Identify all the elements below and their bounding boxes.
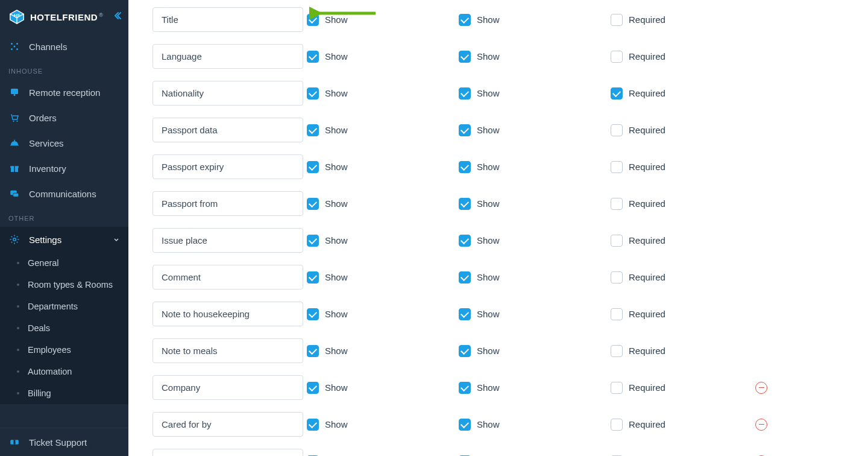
- show-2-checkbox[interactable]: [459, 271, 471, 283]
- svg-point-18: [13, 238, 16, 241]
- show-1-label: Show: [325, 125, 348, 135]
- field-name-input[interactable]: Passport expiry: [153, 154, 303, 179]
- required-checkbox[interactable]: [611, 419, 623, 431]
- svg-point-10: [16, 121, 17, 122]
- show-1-checkbox[interactable]: [307, 87, 319, 100]
- subnav-item-deals[interactable]: Deals: [0, 317, 128, 339]
- show-2-checkbox[interactable]: [459, 14, 471, 26]
- cloche-icon: [8, 137, 20, 149]
- show-1-checkbox[interactable]: [307, 308, 319, 320]
- show-1-checkbox[interactable]: [307, 419, 319, 431]
- show-1-checkbox[interactable]: [307, 382, 319, 394]
- show-2-label: Show: [477, 51, 500, 62]
- field-name-input[interactable]: Cared for by: [153, 412, 303, 437]
- remove-field-button[interactable]: [755, 419, 767, 431]
- nav-item-settings[interactable]: Settings: [0, 227, 128, 252]
- required-checkbox[interactable]: [611, 14, 623, 26]
- chevron-down-icon: [113, 235, 120, 245]
- subnav-item-automation[interactable]: Automation: [0, 361, 128, 382]
- show-2-checkbox[interactable]: [459, 308, 471, 320]
- required-label: Required: [629, 419, 665, 429]
- svg-point-3: [16, 43, 18, 45]
- svg-rect-17: [13, 193, 19, 197]
- show-2-checkbox[interactable]: [459, 345, 471, 357]
- show-2-checkbox[interactable]: [459, 161, 471, 173]
- field-name-input[interactable]: Language: [153, 44, 303, 69]
- show-2-label: Show: [477, 419, 500, 429]
- subnav-item-general[interactable]: General: [0, 252, 128, 274]
- field-name-input[interactable]: Note to housekeeping: [153, 302, 303, 326]
- svg-point-8: [14, 94, 16, 96]
- show-2-checkbox[interactable]: [459, 51, 471, 63]
- nav-ticket-support[interactable]: Ticket Support: [0, 428, 128, 456]
- nav-item-orders[interactable]: Orders: [0, 105, 128, 130]
- field-row: Note to housekeepingShowShowRequired: [128, 296, 868, 332]
- required-checkbox[interactable]: [611, 345, 623, 357]
- show-2-checkbox[interactable]: [459, 198, 471, 210]
- required-label: Required: [629, 162, 665, 172]
- show-1-checkbox[interactable]: [307, 161, 319, 173]
- show-1-checkbox[interactable]: [307, 51, 319, 63]
- field-name-input[interactable]: Comment: [153, 265, 303, 290]
- field-name-input[interactable]: Company: [153, 375, 303, 400]
- show-2-label: Show: [477, 88, 500, 98]
- nav-item-inventory[interactable]: Inventory: [0, 156, 128, 181]
- subnav-label: Billing: [28, 388, 51, 398]
- sidebar-collapse-button[interactable]: [113, 11, 122, 22]
- field-name-input[interactable]: Note to meals: [153, 338, 303, 363]
- field-name-input[interactable]: Passport from: [153, 191, 303, 216]
- required-checkbox[interactable]: [611, 124, 623, 136]
- subnav-label: Room types & Rooms: [28, 280, 113, 290]
- nav-item-communications[interactable]: Communications: [0, 181, 128, 206]
- field-name-input[interactable]: Title: [153, 7, 303, 32]
- subnav: GeneralRoom types & RoomsDepartmentsDeal…: [0, 252, 128, 404]
- bullet-icon: [17, 305, 19, 308]
- chat-icon: [8, 188, 20, 200]
- show-2-checkbox[interactable]: [459, 124, 471, 136]
- required-checkbox[interactable]: [611, 235, 623, 247]
- show-1-checkbox[interactable]: [307, 345, 319, 357]
- subnav-item-billing[interactable]: Billing: [0, 382, 128, 404]
- show-1-checkbox[interactable]: [307, 124, 319, 136]
- show-1-label: Show: [325, 419, 348, 429]
- required-checkbox[interactable]: [611, 87, 623, 100]
- show-2-checkbox[interactable]: [459, 382, 471, 394]
- subnav-item-employees[interactable]: Employees: [0, 339, 128, 361]
- field-row: CompanyShowShowRequired: [128, 369, 868, 406]
- required-checkbox[interactable]: [611, 51, 623, 63]
- required-checkbox[interactable]: [611, 382, 623, 394]
- nav-section-title: OTHER: [0, 206, 128, 227]
- brand-logo[interactable]: HF HOTELFRIEND®: [8, 8, 103, 25]
- show-2-label: Show: [477, 382, 500, 393]
- show-1-label: Show: [325, 272, 348, 282]
- remove-field-button[interactable]: [755, 382, 767, 394]
- subnav-item-departments[interactable]: Departments: [0, 296, 128, 317]
- show-1-checkbox[interactable]: [307, 14, 319, 26]
- field-name-input[interactable]: Issue place: [153, 228, 303, 253]
- brand-name: HOTELFRIEND®: [30, 12, 103, 22]
- nav-channels[interactable]: Channels: [0, 34, 128, 59]
- show-1-checkbox[interactable]: [307, 271, 319, 283]
- required-checkbox[interactable]: [611, 271, 623, 283]
- field-name-input[interactable]: Passport data: [153, 118, 303, 142]
- required-checkbox[interactable]: [611, 308, 623, 320]
- nav-item-services[interactable]: Services: [0, 130, 128, 156]
- show-1-label: Show: [325, 198, 348, 209]
- show-1-checkbox[interactable]: [307, 198, 319, 210]
- required-checkbox[interactable]: [611, 161, 623, 173]
- subnav-item-room-types-rooms[interactable]: Room types & Rooms: [0, 274, 128, 296]
- field-row: Issue placeShowShowRequired: [128, 222, 868, 259]
- show-1-checkbox[interactable]: [307, 235, 319, 247]
- field-name-input[interactable]: Birth Date 2: [153, 449, 303, 456]
- required-label: Required: [629, 51, 665, 62]
- show-2-checkbox[interactable]: [459, 87, 471, 100]
- svg-rect-20: [14, 440, 16, 445]
- nav-label: Services: [29, 138, 120, 148]
- required-checkbox[interactable]: [611, 198, 623, 210]
- show-2-checkbox[interactable]: [459, 419, 471, 431]
- field-row: Note to mealsShowShowRequired: [128, 332, 868, 369]
- field-name-input[interactable]: Nationality: [153, 81, 303, 106]
- show-1-label: Show: [325, 346, 348, 356]
- nav-item-remote-reception[interactable]: Remote reception: [0, 80, 128, 105]
- show-2-checkbox[interactable]: [459, 235, 471, 247]
